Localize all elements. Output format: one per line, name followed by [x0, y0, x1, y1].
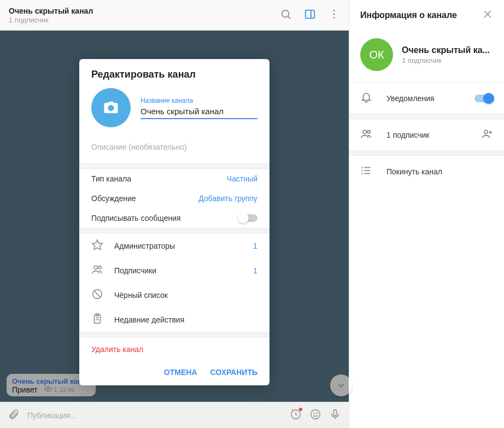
users-icon — [360, 128, 372, 142]
clipboard-icon — [91, 313, 103, 326]
voice-icon[interactable] — [329, 408, 341, 423]
sidebar-title: Информация о канале — [360, 10, 457, 20]
cancel-button[interactable]: ОТМЕНА — [164, 368, 197, 377]
sidebar-subscribers: 1 подписчик — [402, 56, 490, 65]
star-icon — [91, 239, 103, 253]
search-icon[interactable] — [280, 8, 292, 22]
sidebar-toggle-icon[interactable] — [304, 8, 316, 22]
svg-rect-2 — [306, 10, 315, 18]
chat-column: Очень скрытый канал 1 подписчик Очень ск… — [0, 0, 349, 428]
sidebar-header: Информация о канале — [349, 0, 504, 31]
admins-count: 1 — [253, 242, 257, 250]
svg-marker-8 — [92, 240, 102, 249]
chat-header: Очень скрытый канал 1 подписчик — [0, 0, 349, 31]
avatar: ОК — [360, 38, 393, 71]
description-input[interactable] — [91, 140, 257, 154]
svg-point-4 — [333, 10, 335, 11]
schedule-icon[interactable] — [290, 408, 302, 423]
info-sidebar: Информация о канале ОК Очень скрытый ка.… — [349, 0, 504, 428]
chat-body: Очень скрытый канал Привет 1 22:45 Редак… — [0, 31, 349, 402]
sidebar-profile[interactable]: ОК Очень скрытый ка... 1 подписчик — [349, 31, 504, 83]
attach-icon[interactable] — [8, 408, 20, 423]
edit-channel-modal: Редактировать канал Название канала Тип … — [79, 59, 269, 385]
svg-point-17 — [311, 409, 320, 419]
list-icon — [360, 165, 372, 178]
chat-subscribers: 1 подписчик — [9, 16, 280, 24]
svg-point-23 — [363, 130, 366, 133]
svg-point-25 — [484, 130, 488, 133]
recent-actions-row[interactable]: Недавние действия — [79, 307, 269, 332]
svg-point-10 — [98, 266, 101, 269]
chat-title: Очень скрытый канал — [9, 7, 280, 15]
svg-point-18 — [314, 413, 314, 413]
block-icon — [91, 288, 103, 302]
discussion-row[interactable]: Обсуждение Добавить группу — [79, 189, 269, 208]
modal-title: Редактировать канал — [79, 59, 269, 88]
sign-messages-row[interactable]: Подписывать сообщения — [79, 208, 269, 228]
svg-line-1 — [288, 16, 290, 19]
channel-name-input[interactable] — [140, 104, 257, 119]
sign-messages-toggle[interactable] — [239, 214, 257, 222]
subscribers-row[interactable]: Подписчики 1 — [79, 258, 269, 283]
svg-point-31 — [362, 167, 362, 168]
channel-photo-button[interactable] — [91, 88, 131, 127]
close-icon[interactable] — [482, 9, 493, 22]
notifications-row[interactable]: Уведомления — [349, 83, 504, 114]
svg-point-6 — [333, 16, 335, 18]
subscribers-list-row[interactable]: 1 подписчик — [349, 119, 504, 150]
composer-input[interactable] — [27, 411, 282, 420]
svg-point-5 — [333, 13, 335, 15]
subscribers-count: 1 — [253, 266, 257, 275]
users-icon — [91, 263, 103, 277]
svg-point-9 — [94, 266, 97, 269]
svg-rect-20 — [333, 409, 337, 415]
blacklist-row[interactable]: Чёрный список — [79, 283, 269, 307]
bell-icon — [360, 91, 372, 105]
chat-header-titles[interactable]: Очень скрытый канал 1 подписчик — [9, 7, 280, 24]
composer — [0, 402, 349, 428]
sidebar-channel-name: Очень скрытый ка... — [402, 45, 490, 55]
emoji-icon[interactable] — [309, 408, 321, 423]
delete-channel-button[interactable]: Удалить канал — [79, 337, 269, 361]
notifications-toggle[interactable] — [474, 95, 493, 102]
channel-type-row[interactable]: Тип канала Частный — [79, 169, 269, 189]
svg-line-12 — [94, 291, 101, 298]
channel-type-value: Частный — [227, 174, 257, 183]
leave-channel-row[interactable]: Покинуть канал — [349, 156, 504, 187]
svg-point-19 — [317, 413, 317, 413]
svg-point-33 — [362, 173, 362, 174]
discussion-value: Добавить группу — [198, 194, 257, 203]
svg-point-32 — [362, 171, 362, 171]
svg-point-0 — [282, 10, 289, 17]
add-user-icon[interactable] — [481, 128, 493, 142]
menu-dots-icon[interactable] — [328, 8, 340, 22]
admins-row[interactable]: Администраторы 1 — [79, 233, 269, 258]
svg-point-24 — [367, 131, 370, 133]
save-button[interactable]: СОХРАНИТЬ — [210, 368, 257, 377]
name-input-label: Название канала — [140, 97, 257, 104]
modal-overlay[interactable]: Редактировать канал Название канала Тип … — [0, 31, 349, 402]
